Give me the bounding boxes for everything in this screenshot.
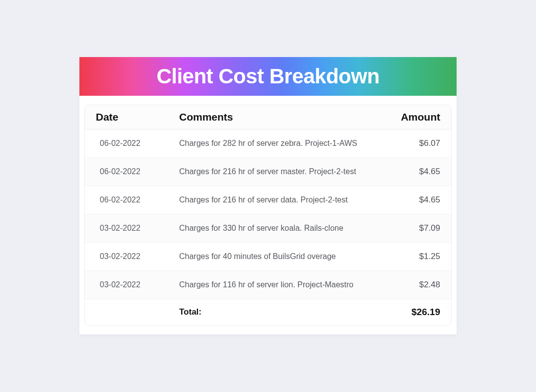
cell-comment: Charges for 282 hr of server zebra. Proj… [179, 139, 387, 148]
table-body: 06-02-2022 Charges for 282 hr of server … [85, 130, 451, 299]
total-amount: $26.19 [387, 307, 451, 318]
table-row: 03-02-2022 Charges for 116 hr of server … [85, 271, 451, 299]
table-header: Date Comments Amount [85, 105, 451, 130]
table-row: 06-02-2022 Charges for 216 hr of server … [85, 158, 451, 186]
table-row: 03-02-2022 Charges for 40 minutes of Bui… [85, 243, 451, 271]
cost-card: Client Cost Breakdown Date Comments Amou… [79, 57, 457, 334]
cell-amount: $4.65 [387, 195, 451, 205]
table-wrap: Date Comments Amount 06-02-2022 Charges … [79, 96, 457, 334]
col-header-comments: Comments [179, 111, 387, 123]
cell-date: 06-02-2022 [85, 139, 179, 148]
col-header-amount: Amount [387, 111, 451, 123]
cell-amount: $4.65 [387, 167, 451, 177]
cell-comment: Charges for 216 hr of server data. Proje… [179, 196, 387, 204]
cell-comment: Charges for 116 hr of server lion. Proje… [179, 280, 387, 289]
cell-comment: Charges for 40 minutes of BuilsGrid over… [179, 252, 387, 261]
cost-table: Date Comments Amount 06-02-2022 Charges … [84, 105, 452, 326]
col-header-date: Date [85, 111, 179, 123]
table-row: 06-02-2022 Charges for 282 hr of server … [85, 130, 451, 158]
table-footer: Total: $26.19 [85, 299, 451, 325]
cell-date: 03-02-2022 [85, 224, 179, 233]
cell-amount: $2.48 [387, 280, 451, 290]
cell-amount: $1.25 [387, 252, 451, 261]
cell-date: 06-02-2022 [85, 196, 179, 204]
total-label: Total: [179, 307, 387, 317]
cell-comment: Charges for 330 hr of server koala. Rail… [179, 224, 387, 233]
cell-amount: $6.07 [387, 138, 451, 148]
cell-date: 03-02-2022 [85, 280, 179, 289]
header-banner: Client Cost Breakdown [79, 57, 457, 96]
cell-comment: Charges for 216 hr of server master. Pro… [179, 167, 387, 176]
cell-date: 03-02-2022 [85, 252, 179, 261]
cell-date: 06-02-2022 [85, 167, 179, 176]
table-row: 03-02-2022 Charges for 330 hr of server … [85, 214, 451, 243]
cell-amount: $7.09 [387, 223, 451, 233]
page-title: Client Cost Breakdown [156, 65, 379, 88]
table-row: 06-02-2022 Charges for 216 hr of server … [85, 186, 451, 214]
